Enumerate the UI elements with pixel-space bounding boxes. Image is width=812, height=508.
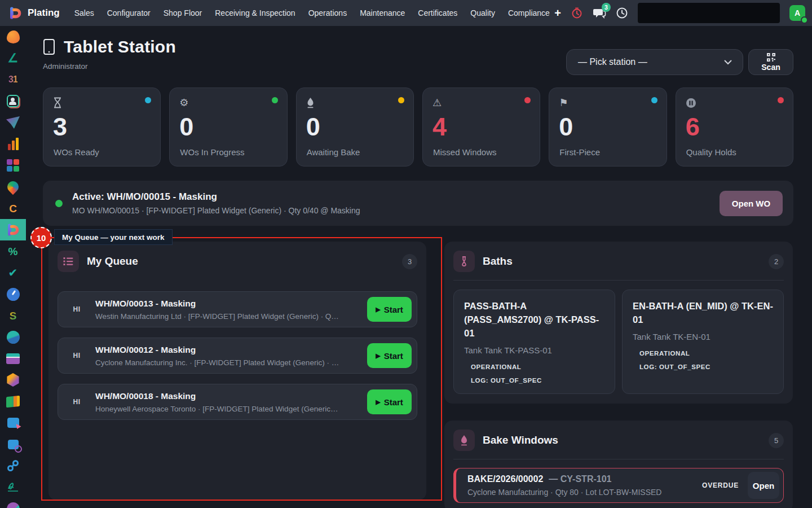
sidebar-item-knowledge[interactable]: ∠	[0, 47, 26, 69]
kpi-value: 0	[179, 114, 277, 139]
bath-log: LOG: OUT_OF_SPEC	[471, 377, 604, 384]
station-picker-value: — Pick station —	[578, 57, 647, 67]
paper-plane-icon	[6, 116, 20, 129]
bake-windows-panel: Bake Windows 5 BAKE/2026/00002 — CY-STR-…	[444, 421, 793, 508]
pause-circle-icon	[686, 97, 783, 109]
status-dot	[272, 97, 278, 103]
sidebar-item-contacts[interactable]	[0, 90, 26, 112]
sidebar-item-sign[interactable]	[0, 476, 26, 498]
kpi-value: 6	[686, 114, 783, 139]
sidebar-item-discounts[interactable]: %	[0, 240, 26, 262]
messages-icon[interactable]: 3	[593, 7, 606, 19]
signature-icon	[6, 481, 20, 493]
sidebar-item-calendar[interactable]: 31	[0, 69, 26, 90]
menu-compliance[interactable]: Compliance	[508, 8, 550, 17]
queue-item[interactable]: HI WH/MO/00012 - Masking Cyclone Manufac…	[58, 338, 417, 374]
kpi-value: 4	[433, 114, 530, 139]
sidebar-item-sales[interactable]	[0, 112, 26, 133]
bath-card[interactable]: EN-BATH-A (EN_MID) @ TK-EN-01 Tank Tank …	[622, 290, 784, 394]
sidebar-item-inventory[interactable]	[0, 369, 26, 391]
sidebar-item-accounting[interactable]	[0, 391, 26, 412]
divider	[453, 280, 784, 281]
systray-blank-panel	[638, 3, 780, 23]
kpi-label: WOs Ready	[54, 147, 99, 157]
kpi-wos-ready[interactable]: 3 WOs Ready	[43, 87, 161, 167]
wo-title: WH/MO/00018 - Masking	[95, 391, 360, 401]
sidebar-item-dashboards[interactable]	[0, 155, 26, 176]
dashboard-grid-icon	[7, 159, 19, 172]
open-bake-button[interactable]: Open	[748, 472, 779, 499]
sidebar-item-payroll[interactable]	[0, 348, 26, 369]
start-button[interactable]: ▶ Start	[367, 297, 412, 322]
menu-operations[interactable]: Operations	[308, 8, 347, 17]
systray: + 3	[554, 3, 805, 23]
queue-title: My Queue	[87, 255, 138, 268]
queue-item[interactable]: HI WH/MO/00018 - Masking Honeywell Aeros…	[58, 384, 417, 420]
bake-code: BAKE/2026/00002	[467, 474, 543, 484]
activities-clock-icon[interactable]	[616, 7, 628, 19]
sidebar-item-website[interactable]	[0, 326, 26, 348]
brand-name: Plating	[28, 7, 60, 19]
c-letter-icon: C	[9, 203, 17, 214]
sidebar-item-quality[interactable]	[0, 433, 26, 455]
hourglass-icon	[53, 97, 151, 109]
sidebar-item-todo[interactable]: ✔	[0, 262, 26, 283]
sidebar-item-project[interactable]	[0, 412, 26, 433]
menu-quality[interactable]: Quality	[470, 8, 495, 17]
play-icon: ▶	[376, 352, 380, 360]
bath-title: EN-BATH-A (EN_MID) @ TK-EN-01	[633, 300, 773, 327]
kpi-wos-in-progress[interactable]: ⚙ 0 WOs In Progress	[169, 87, 287, 167]
globe-icon	[7, 331, 20, 344]
knowledge-icon: ∠	[8, 51, 19, 65]
chevron-down-icon	[723, 59, 732, 65]
menu-certificates[interactable]: Certificates	[418, 8, 457, 17]
sidebar-item-members[interactable]	[0, 498, 26, 508]
sidebar-item-maps[interactable]	[0, 176, 26, 198]
play-icon: ▶	[376, 398, 380, 406]
app-switcher[interactable]: Plating	[8, 6, 60, 20]
start-button[interactable]: ▶ Start	[367, 389, 412, 414]
sidebar-item-plating-active[interactable]	[0, 219, 26, 240]
sidebar-item-timeoff[interactable]	[0, 283, 26, 305]
menu-configurator[interactable]: Configurator	[107, 8, 151, 17]
menu-shop-floor[interactable]: Shop Floor	[164, 8, 202, 17]
stripes-icon	[6, 353, 20, 364]
menu-receiving-inspection[interactable]: Receiving & Inspection	[215, 8, 295, 17]
start-button[interactable]: ▶ Start	[367, 343, 412, 368]
kpi-first-piece[interactable]: ⚑ 0 First-Piece	[549, 87, 667, 167]
magnifier-square-icon	[8, 440, 19, 449]
menu-sales[interactable]: Sales	[74, 8, 94, 17]
kpi-quality-holds[interactable]: 6 Quality Holds	[676, 87, 793, 167]
sidebar-item-crm[interactable]: C	[0, 198, 26, 219]
apps-sidebar: ∠ 31 C % ✔ S	[0, 26, 26, 508]
kpi-awaiting-bake[interactable]: 0 Awaiting Bake	[296, 87, 414, 167]
numbered-list-icon	[58, 251, 79, 272]
active-wo-banner: Active: WH/MO/00015 - Masking MO WH/MO/0…	[43, 181, 793, 226]
bake-window-item[interactable]: BAKE/2026/00002 — CY-STR-101 Cyclone Man…	[453, 468, 784, 503]
open-wo-button[interactable]: Open WO	[720, 191, 783, 216]
status-dot	[651, 97, 657, 103]
play-icon: ▶	[376, 306, 380, 313]
sidebar-item-discuss[interactable]	[0, 26, 26, 47]
sidebar-item-graphs[interactable]	[0, 133, 26, 155]
user-subtitle: Administrator	[43, 62, 176, 71]
queue-item[interactable]: HI WH/MO/00013 - Masking Westin Manufact…	[58, 291, 417, 327]
bath-log: LOG: OUT_OF_SPEC	[639, 364, 773, 370]
wo-subtitle: Honeywell Aerospace Toronto · [FP-WIDGET…	[95, 405, 360, 413]
flag-icon: ⚑	[559, 97, 656, 109]
main-menu: Sales Configurator Shop Floor Receiving …	[74, 8, 550, 17]
kpi-missed-windows[interactable]: ⚠ 4 Missed Windows	[422, 87, 540, 167]
flask-icon	[453, 251, 475, 272]
station-picker-select[interactable]: — Pick station —	[566, 49, 743, 75]
timer-icon[interactable]	[571, 7, 583, 19]
chain-link-icon	[7, 459, 19, 472]
sidebar-item-studio[interactable]: S	[0, 305, 26, 326]
bake-title: Bake Windows	[483, 434, 558, 446]
sidebar-item-links[interactable]	[0, 455, 26, 476]
scan-button[interactable]: Scan	[748, 49, 793, 75]
books-icon	[6, 395, 20, 408]
bath-card[interactable]: PASS-BATH-A (PASS_AMS2700) @ TK-PASS-01 …	[453, 290, 615, 394]
menu-maintenance[interactable]: Maintenance	[360, 8, 405, 17]
plus-icon[interactable]: +	[554, 7, 561, 19]
user-avatar[interactable]: A	[789, 5, 805, 21]
